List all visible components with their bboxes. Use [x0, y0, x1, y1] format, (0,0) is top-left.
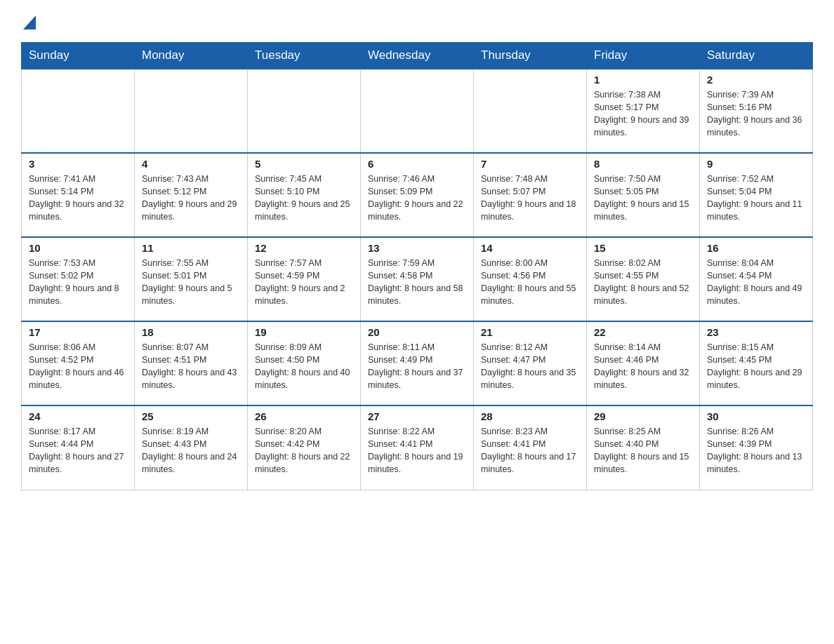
day-number: 14	[481, 242, 579, 254]
day-info: Sunrise: 7:50 AM Sunset: 5:05 PM Dayligh…	[594, 173, 692, 224]
day-info: Sunrise: 7:45 AM Sunset: 5:10 PM Dayligh…	[255, 173, 353, 224]
day-info: Sunrise: 8:09 AM Sunset: 4:50 PM Dayligh…	[255, 341, 353, 392]
day-number: 6	[368, 158, 466, 170]
day-info: Sunrise: 8:12 AM Sunset: 4:47 PM Dayligh…	[481, 341, 579, 392]
day-info: Sunrise: 8:15 AM Sunset: 4:45 PM Dayligh…	[707, 341, 805, 392]
calendar-cell: 5Sunrise: 7:45 AM Sunset: 5:10 PM Daylig…	[248, 153, 361, 237]
calendar-cell: 30Sunrise: 8:26 AM Sunset: 4:39 PM Dayli…	[700, 405, 813, 490]
calendar-cell: 16Sunrise: 8:04 AM Sunset: 4:54 PM Dayli…	[700, 237, 813, 321]
day-info: Sunrise: 8:22 AM Sunset: 4:41 PM Dayligh…	[368, 425, 466, 476]
day-info: Sunrise: 7:48 AM Sunset: 5:07 PM Dayligh…	[481, 173, 579, 224]
calendar-cell	[135, 69, 248, 153]
calendar-cell: 21Sunrise: 8:12 AM Sunset: 4:47 PM Dayli…	[474, 321, 587, 405]
calendar-cell: 26Sunrise: 8:20 AM Sunset: 4:42 PM Dayli…	[248, 405, 361, 490]
day-number: 5	[255, 158, 353, 170]
page-header	[21, 14, 813, 29]
calendar-week-row: 1Sunrise: 7:38 AM Sunset: 5:17 PM Daylig…	[22, 69, 813, 153]
column-header-wednesday: Wednesday	[361, 43, 474, 69]
day-info: Sunrise: 8:11 AM Sunset: 4:49 PM Dayligh…	[368, 341, 466, 392]
day-number: 15	[594, 242, 692, 254]
day-info: Sunrise: 8:17 AM Sunset: 4:44 PM Dayligh…	[29, 425, 127, 476]
calendar-table: SundayMondayTuesdayWednesdayThursdayFrid…	[21, 42, 813, 490]
calendar-cell	[474, 69, 587, 153]
logo-triangle-icon	[23, 15, 36, 29]
calendar-cell: 22Sunrise: 8:14 AM Sunset: 4:46 PM Dayli…	[587, 321, 700, 405]
calendar-cell: 10Sunrise: 7:53 AM Sunset: 5:02 PM Dayli…	[22, 237, 135, 321]
calendar-week-row: 3Sunrise: 7:41 AM Sunset: 5:14 PM Daylig…	[22, 153, 813, 237]
day-number: 18	[142, 326, 240, 338]
logo-line1	[21, 14, 36, 32]
day-info: Sunrise: 8:20 AM Sunset: 4:42 PM Dayligh…	[255, 425, 353, 476]
day-number: 4	[142, 158, 240, 170]
day-info: Sunrise: 8:14 AM Sunset: 4:46 PM Dayligh…	[594, 341, 692, 392]
calendar-cell	[22, 69, 135, 153]
calendar-cell: 8Sunrise: 7:50 AM Sunset: 5:05 PM Daylig…	[587, 153, 700, 237]
calendar-cell: 14Sunrise: 8:00 AM Sunset: 4:56 PM Dayli…	[474, 237, 587, 321]
column-header-friday: Friday	[587, 43, 700, 69]
day-number: 19	[255, 326, 353, 338]
calendar-cell: 18Sunrise: 8:07 AM Sunset: 4:51 PM Dayli…	[135, 321, 248, 405]
day-number: 2	[707, 74, 805, 86]
day-number: 27	[368, 410, 466, 422]
day-info: Sunrise: 7:43 AM Sunset: 5:12 PM Dayligh…	[142, 173, 240, 224]
day-info: Sunrise: 8:02 AM Sunset: 4:55 PM Dayligh…	[594, 257, 692, 308]
calendar-cell: 3Sunrise: 7:41 AM Sunset: 5:14 PM Daylig…	[22, 153, 135, 237]
day-number: 1	[594, 74, 692, 86]
day-number: 10	[29, 242, 127, 254]
calendar-cell: 17Sunrise: 8:06 AM Sunset: 4:52 PM Dayli…	[22, 321, 135, 405]
calendar-week-row: 10Sunrise: 7:53 AM Sunset: 5:02 PM Dayli…	[22, 237, 813, 321]
day-number: 3	[29, 158, 127, 170]
day-info: Sunrise: 7:41 AM Sunset: 5:14 PM Dayligh…	[29, 173, 127, 224]
day-info: Sunrise: 7:46 AM Sunset: 5:09 PM Dayligh…	[368, 173, 466, 224]
calendar-header-row: SundayMondayTuesdayWednesdayThursdayFrid…	[22, 43, 813, 69]
day-number: 26	[255, 410, 353, 422]
day-number: 20	[368, 326, 466, 338]
column-header-sunday: Sunday	[22, 43, 135, 69]
day-number: 28	[481, 410, 579, 422]
day-number: 9	[707, 158, 805, 170]
day-info: Sunrise: 8:23 AM Sunset: 4:41 PM Dayligh…	[481, 425, 579, 476]
calendar-cell: 20Sunrise: 8:11 AM Sunset: 4:49 PM Dayli…	[361, 321, 474, 405]
calendar-cell: 28Sunrise: 8:23 AM Sunset: 4:41 PM Dayli…	[474, 405, 587, 490]
day-number: 17	[29, 326, 127, 338]
calendar-cell: 9Sunrise: 7:52 AM Sunset: 5:04 PM Daylig…	[700, 153, 813, 237]
calendar-cell: 2Sunrise: 7:39 AM Sunset: 5:16 PM Daylig…	[700, 69, 813, 153]
svg-marker-0	[23, 15, 36, 29]
calendar-cell: 4Sunrise: 7:43 AM Sunset: 5:12 PM Daylig…	[135, 153, 248, 237]
day-info: Sunrise: 8:06 AM Sunset: 4:52 PM Dayligh…	[29, 341, 127, 392]
day-number: 13	[368, 242, 466, 254]
day-number: 16	[707, 242, 805, 254]
calendar-cell: 27Sunrise: 8:22 AM Sunset: 4:41 PM Dayli…	[361, 405, 474, 490]
calendar-cell: 6Sunrise: 7:46 AM Sunset: 5:09 PM Daylig…	[361, 153, 474, 237]
day-info: Sunrise: 8:25 AM Sunset: 4:40 PM Dayligh…	[594, 425, 692, 476]
column-header-thursday: Thursday	[474, 43, 587, 69]
day-info: Sunrise: 7:52 AM Sunset: 5:04 PM Dayligh…	[707, 173, 805, 224]
day-info: Sunrise: 8:00 AM Sunset: 4:56 PM Dayligh…	[481, 257, 579, 308]
day-info: Sunrise: 7:55 AM Sunset: 5:01 PM Dayligh…	[142, 257, 240, 308]
calendar-cell: 1Sunrise: 7:38 AM Sunset: 5:17 PM Daylig…	[587, 69, 700, 153]
day-info: Sunrise: 7:59 AM Sunset: 4:58 PM Dayligh…	[368, 257, 466, 308]
day-info: Sunrise: 8:04 AM Sunset: 4:54 PM Dayligh…	[707, 257, 805, 308]
calendar-cell: 19Sunrise: 8:09 AM Sunset: 4:50 PM Dayli…	[248, 321, 361, 405]
day-info: Sunrise: 8:07 AM Sunset: 4:51 PM Dayligh…	[142, 341, 240, 392]
day-number: 21	[481, 326, 579, 338]
day-info: Sunrise: 7:53 AM Sunset: 5:02 PM Dayligh…	[29, 257, 127, 308]
calendar-cell: 25Sunrise: 8:19 AM Sunset: 4:43 PM Dayli…	[135, 405, 248, 490]
day-number: 30	[707, 410, 805, 422]
day-number: 8	[594, 158, 692, 170]
day-info: Sunrise: 7:57 AM Sunset: 4:59 PM Dayligh…	[255, 257, 353, 308]
calendar-cell: 11Sunrise: 7:55 AM Sunset: 5:01 PM Dayli…	[135, 237, 248, 321]
day-info: Sunrise: 7:39 AM Sunset: 5:16 PM Dayligh…	[707, 88, 805, 140]
day-number: 22	[594, 326, 692, 338]
day-number: 25	[142, 410, 240, 422]
column-header-monday: Monday	[135, 43, 248, 69]
day-number: 23	[707, 326, 805, 338]
day-info: Sunrise: 8:19 AM Sunset: 4:43 PM Dayligh…	[142, 425, 240, 476]
day-number: 24	[29, 410, 127, 422]
column-header-tuesday: Tuesday	[248, 43, 361, 69]
day-number: 12	[255, 242, 353, 254]
column-header-saturday: Saturday	[700, 43, 813, 69]
calendar-cell: 23Sunrise: 8:15 AM Sunset: 4:45 PM Dayli…	[700, 321, 813, 405]
calendar-cell: 12Sunrise: 7:57 AM Sunset: 4:59 PM Dayli…	[248, 237, 361, 321]
calendar-week-row: 24Sunrise: 8:17 AM Sunset: 4:44 PM Dayli…	[22, 405, 813, 490]
